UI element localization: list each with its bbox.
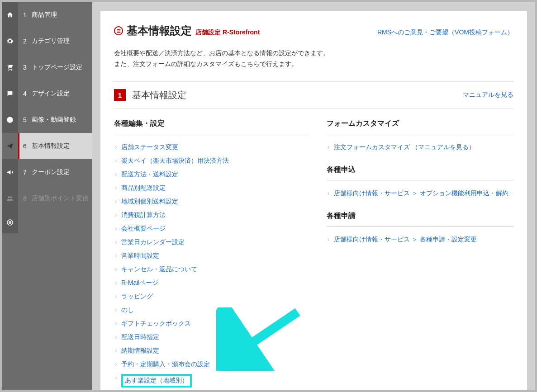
sidebar-item-label: クーポン設定 <box>30 168 92 176</box>
sidebar-item-category[interactable]: 2 カテゴリ管理 <box>2 28 92 54</box>
sidebar-item-coupon[interactable]: 7 クーポン設定 <box>2 159 92 185</box>
sidebar-item-label: カテゴリ管理 <box>30 37 92 45</box>
link-region-shipping[interactable]: 地域別個別送料設定 <box>121 198 178 205</box>
panel: ☰ 基本情報設定 店舗設定 R-Storefront RMSへのご意見・ご要望（… <box>100 11 527 390</box>
sidebar-item-num: 1 <box>20 11 30 19</box>
link-tax[interactable]: 消費税計算方法 <box>121 211 166 218</box>
gear-icon <box>6 38 14 45</box>
send-icon <box>6 142 14 150</box>
section-header: 1 基本情報設定 マニュアルを見る <box>114 81 513 109</box>
sidebar-more[interactable] <box>2 212 18 233</box>
sidebar-item-num: 4 <box>20 90 30 97</box>
main-content: ☰ 基本情報設定 店舗設定 R-Storefront RMSへのご意見・ご要望（… <box>92 2 535 390</box>
link-option-apply[interactable]: 店舗様向け情報・サービス ＞ オプション機能利用申込・解約 <box>334 189 508 197</box>
sidebar-item-label: デザイン設定 <box>30 90 92 98</box>
sidebar-item-num: 2 <box>20 38 30 45</box>
sidebar-item-products[interactable]: 1 商品管理 <box>2 2 92 28</box>
sidebar-item-label: 基本情報設定 <box>30 142 92 150</box>
sidebar-item-basicinfo[interactable]: 6 基本情報設定 <box>2 133 92 159</box>
link-text: 注文フォームカスタマイズ <box>334 143 412 151</box>
megaphone-icon <box>6 169 14 176</box>
link-hours[interactable]: 営業時間設定 <box>121 252 159 259</box>
right-heading-form: フォームカスタマイズ <box>327 119 513 134</box>
link-calendar[interactable]: 営業日カレンダー設定 <box>121 238 185 246</box>
sidebar-item-media[interactable]: 5 画像・動画登録 <box>2 107 92 133</box>
edit-settings-list: 店舗ステータス変更 楽天ペイ（楽天市場決済）用決済方法 配送方法・送料設定 商品… <box>114 141 309 390</box>
sidebar-item-label: トップページ設定 <box>30 63 92 71</box>
list-icon <box>6 219 14 226</box>
sidebar-item-points: 8 店舗別ポイント変倍 <box>2 185 92 212</box>
page-subtitle: 店舗設定 R-Storefront <box>195 28 260 37</box>
link-product-shipping[interactable]: 商品別配送設定 <box>121 184 166 191</box>
sidebar-item-design[interactable]: 4 デザイン設定 <box>2 80 92 107</box>
link-leadtime[interactable]: 納期情報設定 <box>121 347 159 354</box>
section-title: 基本情報設定 <box>132 89 186 101</box>
link-wrapping[interactable]: ラッピング <box>121 293 153 300</box>
link-asuraku[interactable]: あす楽設定（地域別） <box>125 377 188 384</box>
desc-line: 会社概要や配送／決済方法など、お店の基本となる情報の設定ができます。 <box>114 48 513 59</box>
link-cancel-return[interactable]: キャンセル・返品について <box>121 265 197 273</box>
sidebar-item-num: 3 <box>20 64 30 71</box>
left-heading: 各種編集・設定 <box>114 119 309 134</box>
link-rakuten-pay[interactable]: 楽天ペイ（楽天市場決済）用決済方法 <box>121 157 229 164</box>
users-icon <box>6 195 14 202</box>
page-title: 基本情報設定 <box>127 24 192 38</box>
bullet-list-icon: ☰ <box>114 26 123 35</box>
right-heading-request: 各種申請 <box>327 211 513 227</box>
sidebar-item-num: 8 <box>20 195 30 202</box>
sidebar-item-toppage[interactable]: 3 トップページ設定 <box>2 54 92 80</box>
sidebar-item-num: 5 <box>20 116 30 123</box>
link-shop-status[interactable]: 店舗ステータス変更 <box>121 143 178 151</box>
sidebar-item-label: 商品管理 <box>30 11 92 19</box>
link-subscription[interactable]: 予約・定期購入・頒布会の設定 <box>121 360 210 368</box>
link-company-page[interactable]: 会社概要ページ <box>121 225 166 232</box>
home-icon <box>6 11 14 19</box>
link-delivery-date[interactable]: 配送日時指定 <box>121 333 159 340</box>
link-setting-change[interactable]: 店舗様向け情報・サービス ＞ 各種申請・設定変更 <box>334 236 477 243</box>
desc-line: また、注文フォームの詳細なカスタマイズもこちらで行えます。 <box>114 59 513 70</box>
sidebar-item-label: 店舗別ポイント変倍 <box>30 194 92 203</box>
link-order-form-customize[interactable]: 注文フォームカスタマイズ （マニュアルを見る） <box>334 143 475 151</box>
feedback-link[interactable]: RMSへのご意見・ご要望（VOM投稿フォーム） <box>377 28 513 37</box>
link-rmail[interactable]: R-Mailページ <box>121 279 158 286</box>
page-description: 会社概要や配送／決済方法など、お店の基本となる情報の設定ができます。 また、注文… <box>114 48 513 70</box>
manual-link[interactable]: マニュアルを見る <box>463 91 513 99</box>
right-heading-apply: 各種申込 <box>327 165 513 180</box>
link-note: （マニュアルを見る） <box>412 143 475 151</box>
sidebar-item-label: 画像・動画登録 <box>30 116 92 124</box>
sidebar-item-num: 6 <box>20 142 30 150</box>
link-gift-checkbox[interactable]: ギフトチェックボックス <box>121 320 191 327</box>
link-shipping[interactable]: 配送方法・送料設定 <box>121 170 178 178</box>
cart-icon <box>6 64 14 71</box>
pie-icon <box>6 116 14 123</box>
chat-icon <box>6 90 14 97</box>
section-badge: 1 <box>114 89 126 101</box>
link-noshi[interactable]: のし <box>121 306 134 313</box>
sidebar: 1 商品管理 2 カテゴリ管理 3 トップページ設定 4 デザイン設定 5 画像… <box>2 2 92 390</box>
highlight-box: あす楽設定（地域別） <box>121 374 192 387</box>
sidebar-item-num: 7 <box>20 169 30 176</box>
